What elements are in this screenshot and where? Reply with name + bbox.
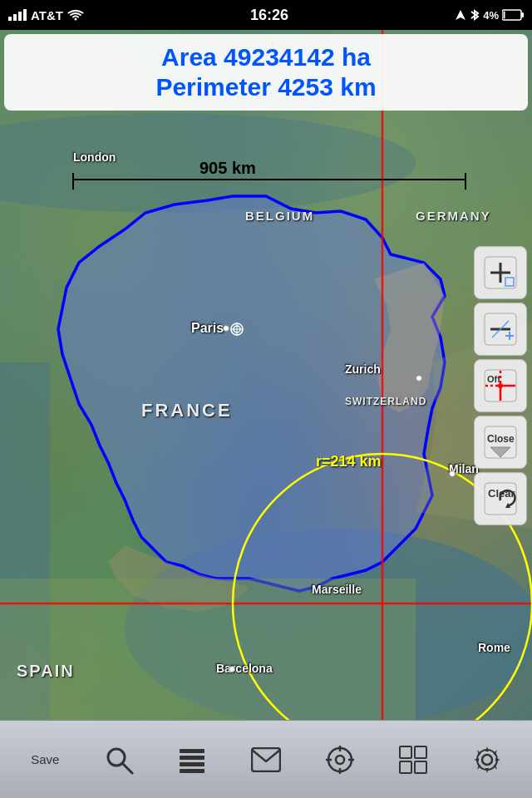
locate-button[interactable] — [307, 745, 373, 775]
status-left: AT&T — [8, 8, 84, 22]
belgium-label: BELGIUM — [245, 209, 314, 223]
battery-label: 4% — [483, 9, 499, 22]
status-right: 4% — [455, 8, 524, 22]
france-label: FRANCE — [141, 400, 233, 421]
svg-rect-61 — [415, 761, 426, 773]
zurich-dot — [416, 375, 422, 382]
radius-label: r=214 km — [316, 453, 382, 470]
close-button[interactable]: Close — [474, 416, 527, 469]
clear-button[interactable]: Clear — [474, 472, 527, 525]
zurich-label: Zurich — [345, 362, 381, 376]
grid-button[interactable] — [380, 745, 446, 775]
svg-rect-60 — [400, 761, 411, 773]
barcelona-label: Barcelona — [216, 662, 273, 675]
gps-icon — [455, 9, 466, 21]
save-button[interactable]: Save — [12, 752, 78, 766]
paris-label: Paris — [191, 321, 244, 336]
paris-dot — [223, 325, 229, 332]
search-button[interactable] — [86, 745, 152, 775]
switzerland-label: SWITZERLAND — [345, 396, 426, 407]
grid-icon — [398, 745, 428, 775]
signal-bars — [8, 9, 27, 21]
carrier-label: AT&T — [31, 8, 63, 22]
svg-point-38 — [498, 383, 503, 388]
svg-rect-11 — [0, 579, 416, 720]
svg-rect-3 — [503, 12, 505, 19]
svg-point-52 — [328, 748, 352, 771]
settings-icon — [472, 745, 502, 775]
spain-label: SPAIN — [17, 662, 75, 681]
distance-label: 905 km — [200, 159, 256, 178]
milan-dot — [449, 470, 456, 477]
svg-rect-51 — [252, 748, 280, 771]
svg-rect-49 — [180, 762, 204, 766]
svg-rect-48 — [180, 756, 204, 760]
wifi-icon — [67, 9, 84, 22]
svg-point-63 — [477, 750, 497, 770]
bottom-toolbar: Save — [0, 720, 532, 798]
svg-text:Close: Close — [487, 433, 515, 445]
status-time: 16:26 — [250, 7, 288, 24]
settings-button[interactable] — [454, 745, 520, 775]
status-bar: AT&T 16:26 4% — [0, 0, 532, 30]
map-area[interactable]: Area 49234142 ha Perimeter 4253 km 905 k… — [0, 30, 532, 720]
svg-point-53 — [336, 756, 344, 764]
svg-rect-58 — [400, 746, 411, 758]
area-text: Area 49234142 ha — [17, 42, 515, 72]
svg-line-46 — [123, 764, 132, 773]
svg-rect-50 — [180, 769, 204, 773]
rome-label: Rome — [478, 641, 510, 654]
info-overlay: Area 49234142 ha Perimeter 4253 km — [4, 34, 528, 111]
right-toolbar: Off Close Clear — [474, 246, 532, 525]
email-icon — [251, 747, 281, 772]
svg-rect-47 — [180, 749, 204, 753]
zoom-out-button[interactable] — [474, 303, 527, 356]
zoom-in-button[interactable] — [474, 246, 527, 299]
perimeter-text: Perimeter 4253 km — [17, 72, 515, 102]
svg-rect-2 — [521, 12, 524, 17]
search-icon — [104, 745, 134, 775]
france-polygon — [0, 30, 532, 720]
svg-point-62 — [482, 755, 492, 765]
svg-marker-0 — [456, 10, 466, 20]
layers-icon — [177, 745, 207, 775]
germany-label: GERMANY — [416, 209, 491, 223]
barcelona-dot — [229, 666, 235, 672]
svg-text:Off: Off — [487, 374, 500, 384]
email-button[interactable] — [233, 747, 299, 772]
locate-icon — [325, 745, 355, 775]
layers-button[interactable] — [159, 745, 225, 775]
battery-icon — [502, 9, 524, 21]
off-button[interactable]: Off — [474, 359, 527, 412]
bluetooth-icon — [470, 8, 480, 22]
london-label: London — [73, 150, 116, 164]
svg-rect-59 — [415, 746, 426, 758]
marseille-label: Marseille — [312, 583, 362, 596]
